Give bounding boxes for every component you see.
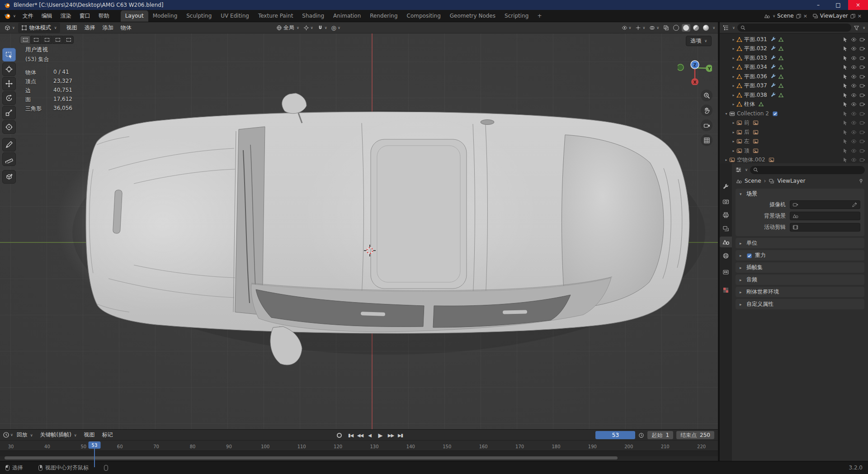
workspace-tab-sculpting[interactable]: Sculpting [182,10,216,22]
hide-eye-icon[interactable] [851,83,857,89]
select-subtract-button[interactable] [42,36,52,44]
camera-view-button[interactable] [701,119,712,131]
expand-closed-icon[interactable]: ▸ [731,56,736,60]
render-visibility-icon[interactable] [859,101,865,107]
scene-selector[interactable]: ∨ Scene × [762,12,809,20]
expand-closed-icon[interactable]: ▸ [731,84,736,88]
render-visibility-icon[interactable] [859,120,865,126]
outliner-editor-icon[interactable] [722,24,729,31]
copy-icon[interactable] [796,13,802,19]
outliner-row[interactable]: ▸平面.036 [720,72,868,81]
expand-closed-icon[interactable]: ▸ [731,65,736,69]
section-插帧集[interactable]: ▸插帧集 [736,262,864,273]
workspace-tab-geometry-nodes[interactable]: Geometry Nodes [445,10,500,22]
viewport-menu-添加[interactable]: 添加 [99,22,117,33]
selectable-icon[interactable] [842,157,848,163]
timeline-menu-2[interactable]: 视图 [80,429,99,441]
hide-eye-icon[interactable] [851,138,857,144]
select-intersect-button[interactable] [63,36,74,44]
outliner-row[interactable]: ▸后 [720,128,868,137]
tab-texture[interactable] [720,284,732,295]
render-visibility-icon[interactable] [859,37,865,43]
expand-closed-icon[interactable]: ▸ [731,149,736,153]
outliner-row[interactable]: ▸前 [720,118,868,128]
properties-editor-icon[interactable] [735,166,742,173]
tool-add-cube[interactable] [2,170,16,184]
section-自定义属性[interactable]: ▸自定义属性 [736,299,864,309]
property-input-1[interactable] [790,212,860,220]
current-frame-field[interactable]: 53 [595,431,635,439]
hide-eye-icon[interactable] [851,148,857,154]
hide-eye-icon[interactable] [851,37,857,43]
prev-keyframe-button[interactable]: ◀◀ [356,431,364,439]
jump-to-end-button[interactable]: ▶▮ [396,431,405,439]
render-visibility-icon[interactable] [859,148,865,154]
menu-帮助[interactable]: 帮助 [94,10,113,22]
selectable-icon[interactable] [842,55,848,61]
pan-button[interactable] [701,104,712,116]
navigation-gizmo[interactable]: Z Y X [678,51,712,85]
hide-eye-icon[interactable] [851,64,857,70]
selectable-icon[interactable] [842,46,848,52]
section-音频[interactable]: ▸音频 [736,275,864,285]
add-workspace-button[interactable]: + [533,10,546,21]
frame-start-field[interactable]: 起始 1 [647,431,673,439]
expand-closed-icon[interactable]: ▸ [731,93,736,97]
render-visibility-icon[interactable] [859,111,865,117]
viewport-canvas[interactable]: 选项 ∨ 用户透视 (53) 集合 物体0 / 41顶点23,327边40,75… [0,33,718,429]
gizmo-axis-neg-y[interactable] [678,64,684,71]
render-visibility-icon[interactable] [859,74,865,80]
xray-toggle[interactable] [662,24,670,32]
select-set-button[interactable] [20,36,30,44]
hide-eye-icon[interactable] [851,129,857,135]
selectable-icon[interactable] [842,37,848,43]
tab-tool[interactable] [720,181,732,192]
workspace-tab-scripting[interactable]: Scripting [500,10,533,22]
editor-type-button[interactable]: ∨ [3,24,16,32]
autokey-button[interactable] [337,433,342,438]
visibility-dropdown[interactable]: ∨ [620,24,633,32]
viewport-menu-物体[interactable]: 物体 [117,22,135,33]
options-button[interactable]: 选项 ∨ [686,36,712,46]
hide-eye-icon[interactable] [851,120,857,126]
workspace-tab-shading[interactable]: Shading [297,10,329,22]
hide-eye-icon[interactable] [851,74,857,80]
timeline-ruler[interactable]: 3040506070809010011012013014015016017018… [0,441,718,450]
breadcrumb-scene[interactable]: Scene [745,178,761,184]
property-input-0[interactable] [790,200,860,209]
eyedropper-icon[interactable] [852,202,858,208]
tool-measure[interactable] [2,152,16,166]
expand-closed-icon[interactable]: ▸ [731,102,736,106]
selectable-icon[interactable] [842,129,848,135]
timeline-menu-1[interactable]: 关键帧(插帧) ∨ [37,429,80,441]
hide-eye-icon[interactable] [851,111,857,117]
hide-eye-icon[interactable] [851,157,857,163]
hide-eye-icon[interactable] [851,101,857,107]
minimize-button[interactable]: – [808,0,828,10]
tab-collection[interactable] [720,266,732,277]
workspace-tab-compositing[interactable]: Compositing [402,10,445,22]
outliner-row[interactable]: ▸平面.031 [720,35,868,44]
gizmos-toggle[interactable]: ∨ [634,24,646,32]
viewlayer-selector[interactable]: ViewLayer × [811,12,863,20]
render-visibility-icon[interactable] [859,138,865,144]
workspace-tab-rendering[interactable]: Rendering [365,10,402,22]
render-visibility-icon[interactable] [859,157,865,163]
pin-icon[interactable] [858,178,864,184]
orientation-dropdown[interactable]: 全局 ∨ [275,23,301,33]
outliner-row[interactable]: ▸顶 [720,146,868,156]
workspace-tab-modeling[interactable]: Modeling [148,10,182,22]
expand-closed-icon[interactable]: ▸ [731,38,736,42]
blender-menu-button[interactable]: ∨ [0,12,19,19]
outliner-row[interactable]: ▾Collection 2 [720,109,868,118]
render-visibility-icon[interactable] [859,92,865,98]
menu-窗口[interactable]: 窗口 [75,10,94,22]
render-visibility-icon[interactable] [859,64,865,70]
render-visibility-icon[interactable] [859,129,865,135]
mode-dropdown[interactable]: 物体模式 ∨ [18,23,60,33]
close-icon[interactable]: × [803,13,807,19]
play-button[interactable]: ▶ [375,431,386,439]
frame-end-field[interactable]: 结束点 250 [676,431,714,439]
timeline-scrollbar[interactable] [5,456,618,460]
tab-render[interactable] [720,196,732,207]
